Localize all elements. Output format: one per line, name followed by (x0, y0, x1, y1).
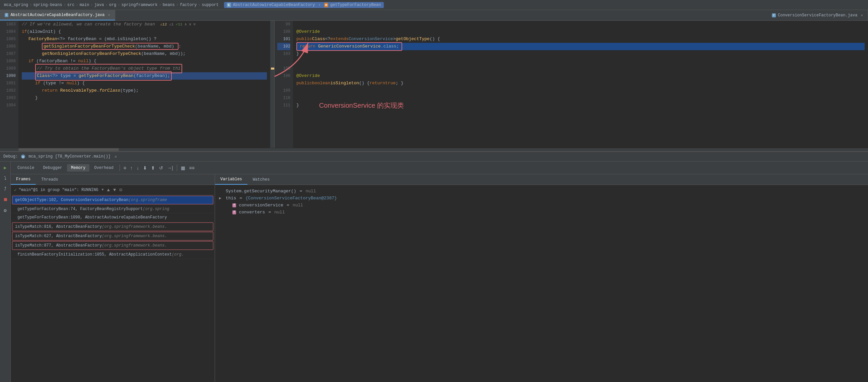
rln-109: 109 (277, 87, 290, 94)
tab-overhead[interactable]: Overhead (90, 164, 118, 172)
step-into-icon[interactable]: ⤵ (1, 174, 9, 182)
tab-variables[interactable]: Variables (215, 174, 247, 185)
rcode-103: } (297, 50, 865, 58)
field-icon-3: f (232, 210, 236, 214)
toolbar-separator-2 (177, 165, 177, 171)
ln-1090: 1090 (3, 72, 16, 80)
thread-nav-up[interactable]: ▲ (107, 187, 110, 193)
editor-container: 1083 1084 1085 1086 1087 1088 1089 1090 … (0, 21, 868, 148)
var-eq-0: = (300, 189, 302, 194)
bc-springframework[interactable]: springframework (122, 3, 158, 7)
tab-memory[interactable]: Memory (67, 164, 89, 172)
tab-frames[interactable]: Frames (11, 174, 36, 185)
bc-module[interactable]: spring-beans (33, 3, 62, 7)
editor-scrollbar[interactable] (0, 148, 868, 151)
var-list: System.getSecurityManager() = null ▶ thi… (215, 185, 868, 382)
frame-item-3[interactable]: isTypeMatch:816, AbstractBeanFactory (or… (12, 222, 213, 231)
ln-1085: 1085 (3, 35, 16, 43)
thread-filter-icon[interactable]: ⊡ (119, 187, 122, 193)
thread-dropdown-icon[interactable]: ▼ (101, 188, 103, 192)
rcode-110 (297, 94, 865, 102)
session-close[interactable]: ✕ (115, 154, 117, 159)
toolbar-btn-step-out-src[interactable]: ⬆ (149, 164, 157, 172)
left-editor: 1083 1084 1085 1086 1087 1088 1089 1090 … (0, 21, 275, 148)
step-over-icon[interactable]: ▶ (1, 164, 9, 172)
frame-item-4[interactable]: isTypeMatch:627, AbstractBeanFactory (or… (12, 232, 213, 241)
bc-java[interactable]: java (94, 3, 104, 7)
tab-debugger[interactable]: Debugger (39, 164, 66, 172)
right-line-numbers: 99 100 101 102 103 105 106 109 110 111 (275, 21, 293, 148)
rln-107 (277, 80, 290, 87)
left-line-numbers: 1083 1084 1085 1086 1087 1088 1089 1090 … (0, 21, 19, 148)
frame-item-5[interactable]: isTypeMatch:877, AbstractBeanFactory (or… (12, 241, 213, 250)
frame-text-2: getTypeForFactoryBean:1090, AbstractAuto… (18, 215, 167, 220)
frame-italic-4: (org.springframework.beans. (102, 234, 167, 239)
frame-text-5: isTypeMatch:877, AbstractBeanFactory (15, 243, 102, 248)
code-line-1087: getNonSingletonFactoryBeanForTypeCheck(b… (22, 50, 267, 58)
tab-console[interactable]: Console (13, 164, 38, 172)
bc-factory[interactable]: factory (180, 3, 196, 7)
frame-text-1: getTypeForFactoryBean:74, FactoryBeanReg… (18, 207, 143, 211)
frame-item-0[interactable]: getObjectType:102, ConversionServiceFact… (12, 196, 213, 204)
settings-icon[interactable]: ⚙ (1, 206, 9, 214)
debug-label: Debug: (3, 154, 18, 159)
frame-text-3: isTypeMatch:816, AbstractBeanFactory (15, 224, 102, 229)
ln-1083: 1083 (3, 21, 16, 28)
toolbar-btn-step-into-src[interactable]: ⬇ (141, 164, 149, 172)
left-scrollbar[interactable] (270, 21, 274, 148)
toolbar-btn-list[interactable]: ≡ (122, 164, 128, 172)
toolbar-btn-down[interactable]: ↓ (135, 164, 141, 172)
rln-101: 101 (277, 35, 290, 43)
tab-right-close[interactable]: ✕ (861, 13, 863, 18)
frame-item-2[interactable]: getTypeForFactoryBean:1090, AbstractAuto… (11, 213, 215, 222)
tab-bar: C AbstractAutowireCapableBeanFactory.jav… (0, 10, 868, 21)
var-item-2: f conversionService = null (219, 202, 864, 209)
frames-panel: Frames Threads ✓ "main"@1 in group "main… (11, 174, 215, 382)
method-icon: m (324, 3, 329, 7)
frame-text-0: getObjectType:102, ConversionServiceFact… (15, 198, 128, 202)
session-name: mca_spring [T8_MyConverter.main()] (28, 154, 111, 159)
frame-italic-6: (org. (172, 252, 184, 257)
code-line-1091: if (type != null) { (22, 80, 267, 87)
var-name-0: System.getSecurityManager() (226, 189, 297, 194)
ln-1093: 1093 (3, 94, 16, 102)
bc-project[interactable]: mca_spring (4, 3, 28, 7)
bc-main[interactable]: main (80, 3, 89, 7)
toolbar-btn-refresh[interactable]: ↺ (157, 164, 165, 172)
bc-beans[interactable]: beans (163, 3, 175, 7)
var-eq-1: = (240, 196, 242, 201)
tab-threads[interactable]: Threads (36, 174, 63, 185)
bc-org[interactable]: org (109, 3, 117, 7)
tab-left-label: AbstractAutowireCapableBeanFactory.java (10, 13, 104, 18)
left-code: // If we're allowed, we can create the f… (19, 21, 270, 148)
thread-nav-down[interactable]: ▼ (113, 187, 116, 193)
bc-src[interactable]: src (67, 3, 75, 7)
bc-class-name: AbstractAutowireCapableBeanFactory (233, 3, 315, 7)
code-line-1083: // If we're allowed, we can create the f… (22, 21, 267, 28)
frame-item-6[interactable]: finishBeanFactoryInitialization:1055, Ab… (11, 250, 215, 259)
debug-toolbar: Console Debugger Memory Overhead ≡ ↑ ↓ ⬇… (11, 162, 868, 174)
var-item-0: System.getSecurityManager() = null (219, 188, 864, 195)
left-sidebar: ▶ ⤵ ⤴ ⏹ ⚙ (0, 162, 11, 382)
tab-left-close[interactable]: ✕ (108, 13, 110, 17)
code-line-1092: return ResolvableType.forClass(type); (22, 87, 267, 94)
field-icon-2: f (232, 203, 236, 207)
toolbar-btn-grid[interactable]: ▦ (179, 164, 187, 172)
tab-left[interactable]: C AbstractAutowireCapableBeanFactory.jav… (0, 10, 115, 21)
rcode-109 (297, 87, 865, 94)
var-val-0: null (305, 189, 316, 194)
toolbar-btn-run-to-cursor[interactable]: →| (165, 164, 175, 172)
tab-right[interactable]: C ConversionServiceFactoryBean.java ✕ (767, 10, 868, 21)
var-expand-1[interactable]: ▶ (219, 196, 224, 201)
tab-watches[interactable]: Watches (247, 174, 275, 185)
toolbar-btn-more[interactable]: ≡≡ (188, 164, 196, 172)
ln-1094: 1094 (3, 102, 16, 109)
rcode-105 (297, 65, 865, 72)
toolbar-btn-up[interactable]: ↑ (129, 164, 134, 172)
bc-support[interactable]: support (202, 3, 219, 7)
class-icon: C (227, 3, 231, 7)
stop-icon[interactable]: ⏹ (1, 196, 9, 204)
frame-item-1[interactable]: getTypeForFactoryBean:74, FactoryBeanReg… (11, 205, 215, 213)
rcode-111: } ConversionService 的实现类 (297, 102, 865, 109)
step-out-icon[interactable]: ⤴ (1, 185, 9, 193)
